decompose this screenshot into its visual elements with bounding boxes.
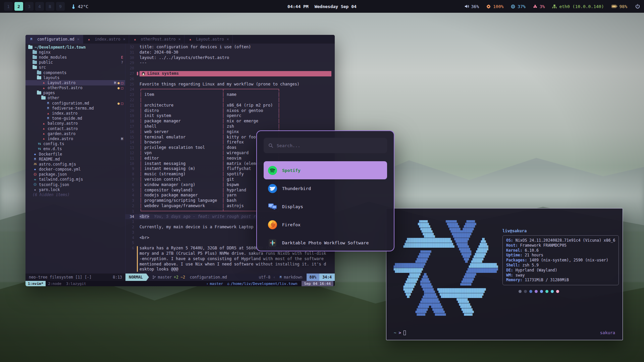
launcher-item-label: Darktable Photo Workflow Software: [282, 240, 369, 245]
tab-close-icon[interactable]: ×: [77, 37, 79, 42]
tree-item[interactable]: other: [25, 96, 125, 101]
tree-item[interactable]: configuration.md ●□: [25, 101, 125, 106]
tree-item[interactable]: node_modules E: [25, 55, 125, 60]
tree-item-marks: H●□: [114, 81, 123, 85]
tree-item[interactable]: components: [25, 70, 125, 75]
sign-column: [137, 172, 140, 177]
tree-item[interactable]: src: [25, 65, 125, 70]
tree-item[interactable]: package.json: [25, 172, 125, 177]
volume-module[interactable]: 36%: [465, 4, 479, 9]
tree-item[interactable]: astro.config.mjs: [25, 162, 125, 167]
editor-line: <br>: [140, 235, 149, 241]
tree-item[interactable]: otherPost.astro ●□: [25, 85, 125, 90]
fetch-value: 11731MiB / 31280MiB: [525, 278, 569, 282]
line-number: 6: [125, 246, 137, 251]
sign-column: [137, 45, 140, 50]
tab-otherPost.astro[interactable]: otherPost.astro ×: [129, 35, 184, 44]
tree-item[interactable]: balcony.astro: [25, 121, 125, 126]
fetch-line: Shell: zsh 5.9: [506, 263, 615, 268]
line-number: 1: [125, 209, 137, 214]
sign-column: [137, 246, 140, 272]
workspace-8[interactable]: 8: [46, 2, 54, 11]
tab-close-icon[interactable]: ×: [227, 37, 229, 42]
md-file-icon: [46, 107, 51, 110]
tree-item[interactable]: docker-compose.yml: [25, 167, 125, 172]
tree-item[interactable]: tone-guide.md: [25, 116, 125, 121]
launcher-item-spotify[interactable]: Spotify: [264, 161, 387, 179]
home-icon: ⌂: [227, 282, 229, 286]
tree-item[interactable]: nginx: [25, 50, 125, 55]
tab-configuration.md[interactable]: configuration.md ×: [25, 35, 83, 44]
tree-item-label: Layout.astro: [41, 80, 75, 85]
tab-index.astro[interactable]: index.astro ×: [83, 35, 129, 44]
tree-item[interactable]: config.ts: [25, 141, 125, 146]
tree-item[interactable]: index.astro: [25, 111, 125, 116]
shell-prompt[interactable]: ~ >: [394, 330, 406, 335]
tmux-window-1:nvim*[interactable]: 1:nvim*: [25, 281, 46, 286]
tree-item[interactable]: Dockerfile: [25, 152, 125, 157]
tree-item[interactable]: tsconfig.json: [25, 182, 125, 187]
network-module[interactable]: eth0 (10.0.0.140): [552, 4, 604, 9]
heading-sign: [137, 72, 138, 75]
workspace-2[interactable]: 2: [14, 2, 23, 11]
launcher-item-firefox[interactable]: Firefox: [264, 216, 387, 234]
tree-item[interactable]: (6 hidden items): [25, 192, 125, 197]
battery-module[interactable]: 98%: [611, 4, 627, 9]
workspace-1[interactable]: 1: [4, 2, 13, 11]
tmux-window-3:lazygit[interactable]: 3:lazygit: [64, 281, 89, 286]
launcher-item-darktable[interactable]: Darktable Photo Workflow Software: [264, 234, 387, 251]
tree-item-label: README.md: [33, 157, 60, 162]
sign-column: [137, 161, 140, 167]
memory-module[interactable]: 37%: [511, 4, 525, 9]
fetch-line: Host: Framework FRANMDCP05: [506, 243, 615, 248]
cpu-module[interactable]: 100%: [486, 4, 503, 9]
palette-dot: [556, 290, 559, 293]
search-input[interactable]: [277, 143, 382, 148]
power-button[interactable]: [635, 4, 640, 9]
tree-item[interactable]: yarn.lock: [25, 187, 125, 192]
neotree-panel[interactable]: ~/Development/liv.town nginx node_module…: [25, 44, 125, 274]
workspace-4[interactable]: 4: [35, 2, 44, 11]
tree-item[interactable]: public ?: [25, 60, 125, 65]
md-file-icon: [29, 38, 34, 41]
fetch-label: OS:: [506, 238, 513, 243]
js-file-icon: [33, 163, 38, 166]
tree-item[interactable]: fediverse-terms.md: [25, 106, 125, 111]
line-number: 34: [125, 214, 137, 220]
sign-column: [137, 177, 140, 182]
tree-item[interactable]: env.d.ts: [25, 146, 125, 152]
tree-item[interactable]: Layout.astro H●□: [25, 80, 125, 85]
folder-open-icon: [33, 66, 37, 69]
tab-close-icon[interactable]: ×: [178, 37, 181, 42]
editor-line: Currently, my main device is a Framework…: [140, 225, 258, 230]
tree-item[interactable]: README.md: [25, 157, 125, 162]
workspace-3[interactable]: 3: [25, 2, 34, 11]
tab-Layout.astro[interactable]: Layout.astro ×: [184, 35, 233, 44]
tree-item[interactable]: pages: [25, 90, 125, 96]
tree-item[interactable]: tailwind.config.mjs: [25, 177, 125, 182]
search-box[interactable]: [264, 138, 387, 153]
tab-close-icon[interactable]: ×: [123, 37, 125, 42]
tree-item[interactable]: index.astro H: [25, 136, 125, 141]
tree-item-label: docker-compose.yml: [33, 167, 81, 172]
tmux-window-2:node[interactable]: 2:node: [46, 281, 64, 286]
tree-item[interactable]: ~/Development/liv.town: [25, 45, 125, 50]
main-statusline: NORMAL master +2 ~2 configuration.md utf…: [125, 274, 335, 281]
nixos-logo: ▗▄▄▄ ▗▄▄▄▄ ▄▄▄▖ ▜███▙ ▜███▙ ▟███▛ ▜███▙ …: [394, 218, 498, 318]
cursor-position: 34:4: [319, 274, 335, 281]
launcher-item-displays[interactable]: Displays: [264, 197, 387, 216]
workspace-9[interactable]: 9: [56, 2, 65, 11]
terminal-window[interactable]: ▗▄▄▄ ▗▄▄▄▄ ▄▄▄▖ ▜███▙ ▜███▙ ▟███▛ ▜███▙ …: [386, 208, 623, 340]
network-value: eth0 (10.0.0.140): [559, 4, 604, 9]
line-number: 6: [125, 182, 137, 188]
gear-icon: [486, 4, 491, 9]
nvim-statusline: neo-tree filesystem [1] [-] 8:13 NORMAL …: [25, 274, 335, 281]
tree-item[interactable]: garden.astro: [25, 131, 125, 136]
tree-item[interactable]: contact.astro: [25, 126, 125, 131]
memory-value: 37%: [518, 4, 525, 9]
disk-module[interactable]: 3%: [533, 4, 545, 9]
line-number: 26: [125, 76, 137, 82]
tree-item[interactable]: layouts: [25, 75, 125, 80]
tree-item-label: src: [33, 65, 46, 70]
launcher-item-thunderbird[interactable]: Thunderbird: [264, 179, 387, 197]
